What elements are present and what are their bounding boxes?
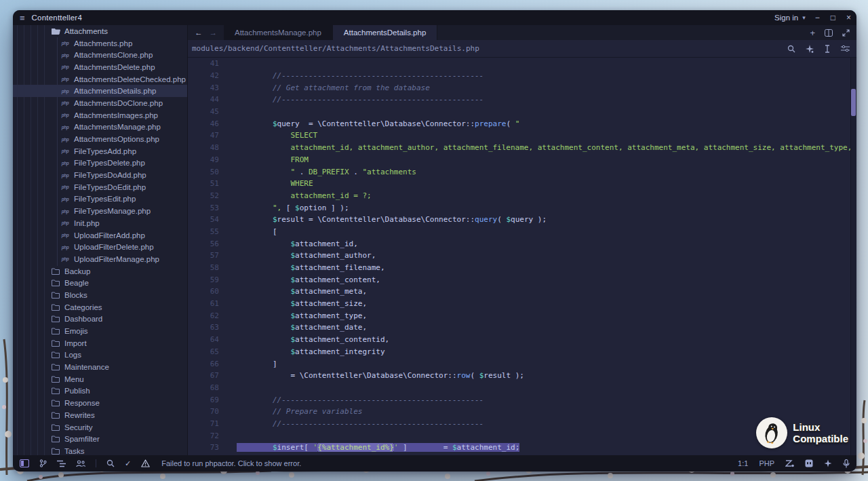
sign-in-button[interactable]: Sign in ▾: [774, 14, 806, 22]
tree-folder-backup[interactable]: Backup: [13, 265, 187, 277]
tree-file-filetypesadd-php[interactable]: phpFileTypesAdd.php: [13, 145, 187, 157]
zoom-pane-icon[interactable]: [842, 29, 850, 37]
code-line-49[interactable]: 49 FROM: [188, 154, 856, 166]
outline-panel-icon[interactable]: [57, 460, 66, 467]
tree-folder-publish[interactable]: Publish: [13, 385, 187, 398]
code-line-69[interactable]: 69 //-----------------------------------…: [188, 393, 856, 406]
microphone-icon[interactable]: [843, 459, 850, 468]
tab-attachmentsmanage[interactable]: AttachmentsManage.php: [224, 25, 333, 40]
tree-folder-security[interactable]: Security: [13, 421, 187, 434]
tree-file-attachmentsoptions-php[interactable]: phpAttachmentsOptions.php: [13, 133, 187, 145]
tree-file-attachmentsmanage-php[interactable]: phpAttachmentsManage.php: [13, 121, 187, 134]
code-line-54[interactable]: 54 $result = \Contentteller\Database\Con…: [188, 214, 856, 226]
search-icon[interactable]: [106, 459, 115, 467]
code-line-67[interactable]: 67 = \Contentteller\Database\Connector::…: [188, 370, 856, 382]
nav-back-icon[interactable]: ←: [195, 28, 203, 37]
code-line-66[interactable]: 66 ]: [188, 358, 856, 370]
code-line-51[interactable]: 51 WHERE: [188, 178, 856, 190]
tree-folder-beagle[interactable]: Beagle: [13, 277, 187, 289]
tree-file-attachments-php[interactable]: phpAttachments.php: [13, 37, 187, 50]
editor-scrollbar[interactable]: [850, 58, 856, 455]
cursor-position[interactable]: 1:1: [738, 459, 748, 467]
git-branch-icon[interactable]: [39, 459, 47, 467]
tree-file-filetypesdoadd-php[interactable]: phpFileTypesDoAdd.php: [13, 169, 187, 181]
code-line-64[interactable]: 64 $attachment_contentid,: [188, 334, 856, 346]
maximize-button[interactable]: □: [831, 14, 835, 22]
breadcrumb[interactable]: modules/backend/Contentteller/Attachment…: [192, 44, 479, 53]
tree-folder-menu[interactable]: Menu: [13, 373, 187, 385]
code-line-58[interactable]: 58 $attachment_filename,: [188, 262, 856, 274]
tree-folder-logs[interactable]: Logs: [13, 349, 187, 362]
code-line-53[interactable]: 53 ", [ $option ] );: [188, 201, 856, 214]
tree-folder-categories[interactable]: Categories: [13, 301, 187, 313]
split-pane-icon[interactable]: [825, 29, 833, 37]
tree-file-filetypesedit-php[interactable]: phpFileTypesEdit.php: [13, 193, 187, 206]
tree-folder-response[interactable]: Response: [13, 397, 187, 409]
code-line-61[interactable]: 61 $attachment_size,: [188, 298, 856, 310]
code-line-68[interactable]: 68: [188, 382, 856, 394]
code-line-44[interactable]: 44 //-----------------------------------…: [188, 94, 856, 106]
cursor-ibeam-icon[interactable]: [824, 45, 831, 53]
code-line-46[interactable]: 46 $query = \Contentteller\Database\Conn…: [188, 117, 856, 130]
assistant-sparkle-icon[interactable]: [824, 459, 832, 467]
language-selector[interactable]: PHP: [759, 459, 774, 467]
code-line-43[interactable]: 43 // Get attachment from the database: [188, 81, 856, 94]
code-line-60[interactable]: 60 $attachment_meta,: [188, 286, 856, 298]
tree-folder-rewrites[interactable]: Rewrites: [13, 409, 187, 421]
code-line-47[interactable]: 47 SELECT: [188, 130, 856, 142]
tree-folder-spamfilter[interactable]: Spamfilter: [13, 433, 187, 445]
tree-folder-emojis[interactable]: Emojis: [13, 325, 187, 337]
tab-attachmentsdetails[interactable]: AttachmentsDetails.php: [333, 25, 437, 40]
edit-prediction-icon[interactable]: [785, 459, 794, 467]
minimize-button[interactable]: −: [815, 14, 820, 22]
tree-file-attachmentsdelete-php[interactable]: phpAttachmentsDelete.php: [13, 61, 187, 73]
code-line-48[interactable]: 48 attachment_id, attachment_author, att…: [188, 142, 856, 154]
code-line-63[interactable]: 63 $attachment_date,: [188, 322, 856, 334]
project-panel-toggle-icon[interactable]: [20, 459, 29, 467]
scrollbar-thumb[interactable]: [851, 89, 856, 116]
tree-file-init-php[interactable]: phpInit.php: [13, 217, 187, 229]
tree-folder-blocks[interactable]: Blocks: [13, 289, 187, 301]
tree-file-uploadfiltermanage-php[interactable]: phpUploadFilterManage.php: [13, 253, 187, 265]
code-line-52[interactable]: 52 attachment_id = ?;: [188, 190, 856, 202]
tree-file-attachmentsclone-php[interactable]: phpAttachmentsClone.php: [13, 49, 187, 61]
tree-folder-tasks[interactable]: Tasks: [13, 445, 187, 455]
code-line-41[interactable]: 41: [188, 58, 856, 70]
code-line-50[interactable]: 50 " . DB_PREFIX . "attachments: [188, 166, 856, 178]
tree-file-uploadfilterdelete-php[interactable]: phpUploadFilterDelete.php: [13, 241, 187, 253]
close-button[interactable]: ×: [846, 14, 851, 22]
code-line-65[interactable]: 65 $attachment_integrity: [188, 346, 856, 358]
code-editor[interactable]: 4142 //---------------------------------…: [188, 58, 856, 455]
tree-folder-dashboard[interactable]: Dashboard: [13, 313, 187, 326]
tree-folder-maintenance[interactable]: Maintenance: [13, 361, 187, 373]
tree-file-attachmentsimages-php[interactable]: phpAttachmentsImages.php: [13, 109, 187, 121]
nav-forward-icon[interactable]: →: [210, 28, 218, 37]
code-line-59[interactable]: 59 $attachment_content,: [188, 273, 856, 286]
app-menu-icon[interactable]: ≡: [20, 13, 25, 23]
new-tab-icon[interactable]: +: [810, 28, 815, 38]
inline-assist-icon[interactable]: [806, 45, 814, 53]
tree-file-attachmentsdoclone-php[interactable]: phpAttachmentsDoClone.php: [13, 97, 187, 109]
buffer-search-icon[interactable]: [787, 45, 795, 53]
tree-file-attachmentsdeletechecked-php[interactable]: phpAttachmentsDeleteChecked.php: [13, 73, 187, 85]
tree-file-filetypesdoedit-php[interactable]: phpFileTypesDoEdit.php: [13, 181, 187, 193]
lsp-error-message[interactable]: Failed to run phpactor. Click to show er…: [161, 459, 301, 467]
code-line-55[interactable]: 55 [: [188, 226, 856, 238]
code-line-57[interactable]: 57 $attachment_author,: [188, 250, 856, 262]
collaboration-icon[interactable]: [76, 460, 85, 467]
tree-file-attachmentsdetails-php[interactable]: phpAttachmentsDetails.php: [13, 85, 187, 97]
code-line-62[interactable]: 62 $attachment_type,: [188, 309, 856, 322]
code-line-70[interactable]: 70 // Prepare variables: [188, 406, 856, 418]
editor-settings-sliders-icon[interactable]: [841, 45, 850, 52]
diagnostics-check-icon[interactable]: ✓: [125, 459, 131, 468]
warning-icon[interactable]: [141, 459, 150, 467]
tree-folder-attachments-open[interactable]: Attachments: [13, 25, 187, 37]
tree-file-filetypesmanage-php[interactable]: phpFileTypesManage.php: [13, 205, 187, 217]
tree-file-filetypesdelete-php[interactable]: phpFileTypesDelete.php: [13, 157, 187, 170]
code-line-56[interactable]: 56 $attachment_id,: [188, 237, 856, 250]
code-line-42[interactable]: 42 //-----------------------------------…: [188, 70, 856, 82]
tree-file-uploadfilteradd-php[interactable]: phpUploadFilterAdd.php: [13, 229, 187, 242]
copilot-icon[interactable]: [805, 459, 813, 467]
code-line-45[interactable]: 45: [188, 106, 856, 118]
tree-folder-import[interactable]: Import: [13, 337, 187, 349]
